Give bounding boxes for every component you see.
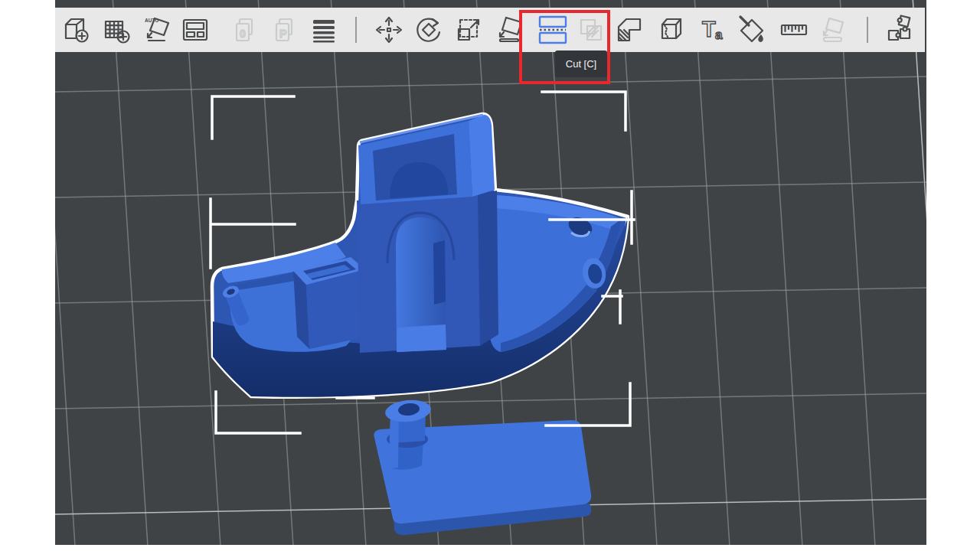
rotate-button[interactable] xyxy=(412,11,446,48)
lay-flat-alt-button xyxy=(818,11,851,48)
cut-tooltip: Cut [C] xyxy=(555,51,607,77)
mesh-boolean-button xyxy=(574,11,608,48)
arrange-button[interactable] xyxy=(178,11,212,48)
text-a-glyph: a xyxy=(715,28,723,42)
scale-button[interactable] xyxy=(452,11,485,48)
toolbar-separator xyxy=(355,17,357,43)
measure-button[interactable] xyxy=(777,11,811,48)
zero-glyph: 0 xyxy=(240,28,246,40)
add-plate-button[interactable] xyxy=(100,11,133,48)
cut-button[interactable] xyxy=(536,11,570,48)
toolbar-separator xyxy=(867,17,868,43)
place-on-face-button[interactable] xyxy=(495,11,528,48)
viewport-3d[interactable] xyxy=(55,0,926,545)
support-painting-button[interactable] xyxy=(612,11,646,48)
move-button[interactable] xyxy=(372,11,406,48)
app-window: AUTO 0 P xyxy=(0,0,980,551)
auto-orient-button[interactable]: AUTO xyxy=(142,11,175,48)
main-toolbar: AUTO 0 P xyxy=(55,8,925,52)
p-glyph: P xyxy=(279,28,286,40)
cut-tooltip-label: Cut [C] xyxy=(566,58,596,70)
split-to-objects-button: 0 xyxy=(228,11,262,48)
text-T-glyph: T xyxy=(702,17,716,41)
color-painting-button[interactable] xyxy=(736,11,769,48)
cut-part-plate[interactable] xyxy=(374,398,591,535)
split-to-parts-button: P xyxy=(268,11,302,48)
seam-painting-button[interactable] xyxy=(655,11,689,48)
benchy-model[interactable] xyxy=(212,114,628,397)
add-object-button[interactable] xyxy=(59,11,93,48)
assembly-view-button[interactable] xyxy=(883,11,916,48)
variable-layer-height-button[interactable] xyxy=(307,11,341,48)
text-shape-button[interactable]: T a xyxy=(695,11,729,48)
